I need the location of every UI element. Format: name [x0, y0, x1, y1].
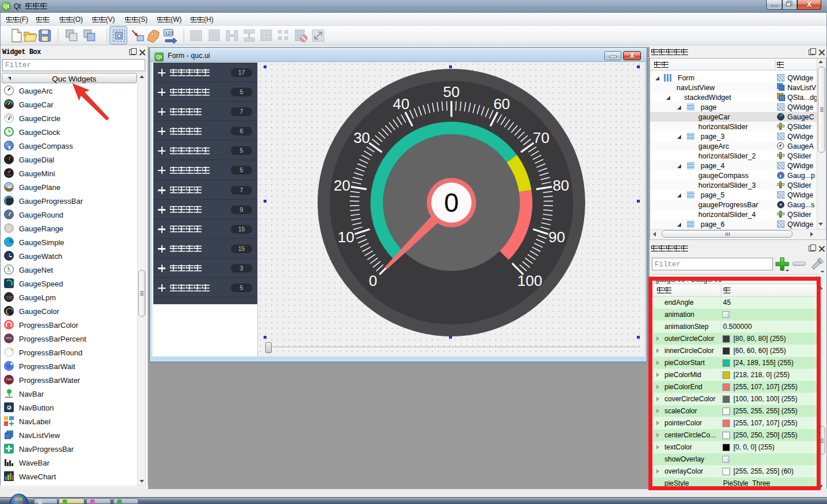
svg-text:90: 90 — [548, 228, 565, 246]
svg-text:40: 40 — [393, 95, 409, 113]
svg-text:123: 123 — [165, 30, 173, 36]
svg-text:20: 20 — [334, 177, 350, 194]
svg-text:50: 50 — [443, 83, 460, 100]
svg-text:70: 70 — [533, 129, 550, 146]
svg-text:10: 10 — [338, 228, 354, 246]
svg-text:0: 0 — [444, 188, 459, 218]
svg-text:80: 80 — [552, 177, 569, 194]
svg-text:60: 60 — [493, 95, 510, 113]
svg-text:30: 30 — [353, 129, 370, 146]
svg-text:0: 0 — [369, 272, 377, 289]
svg-text:100: 100 — [517, 272, 542, 289]
